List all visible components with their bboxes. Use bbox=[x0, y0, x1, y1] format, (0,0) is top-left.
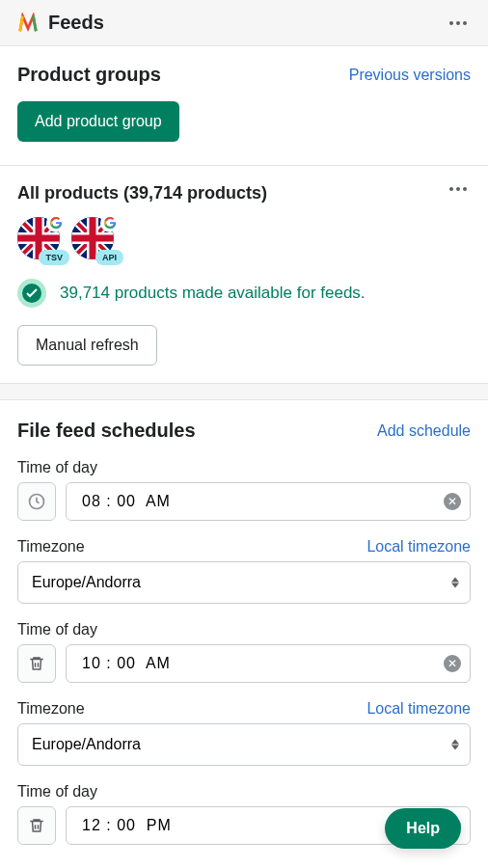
page-title: Feeds bbox=[48, 12, 104, 34]
product-groups-title: Product groups bbox=[17, 64, 161, 86]
section-divider bbox=[0, 383, 488, 400]
timezone-select[interactable] bbox=[17, 723, 471, 766]
all-products-more-button[interactable] bbox=[446, 183, 471, 195]
status-row: 39,714 products made available for feeds… bbox=[17, 279, 471, 308]
app-header: Feeds bbox=[0, 0, 488, 46]
clear-icon[interactable]: ✕ bbox=[444, 655, 461, 672]
time-input[interactable] bbox=[66, 482, 471, 521]
status-success-icon bbox=[17, 279, 46, 308]
google-icon bbox=[100, 213, 120, 232]
trash-icon bbox=[28, 655, 45, 672]
schedules-section: File feed schedules Add schedule Time of… bbox=[0, 400, 488, 864]
google-icon bbox=[46, 213, 66, 232]
feed-flag-api[interactable]: API bbox=[71, 217, 114, 259]
header-left: Feeds bbox=[17, 12, 104, 34]
clock-icon bbox=[17, 482, 56, 521]
all-products-title: All products (39,714 products) bbox=[17, 183, 267, 203]
timezone-select[interactable] bbox=[17, 561, 471, 604]
local-timezone-link[interactable]: Local timezone bbox=[366, 700, 471, 718]
delete-schedule-button[interactable] bbox=[17, 644, 56, 683]
status-text: 39,714 products made available for feeds… bbox=[60, 284, 366, 303]
app-logo-icon bbox=[17, 13, 39, 34]
feed-flags: TSV API bbox=[17, 217, 471, 259]
feed-flag-tsv[interactable]: TSV bbox=[17, 217, 60, 259]
more-menu-button[interactable] bbox=[446, 17, 471, 29]
time-of-day-label: Time of day bbox=[17, 621, 471, 638]
help-button[interactable]: Help bbox=[385, 808, 461, 849]
timezone-label: Timezone bbox=[17, 538, 85, 556]
previous-versions-link[interactable]: Previous versions bbox=[349, 67, 471, 84]
time-of-day-label: Time of day bbox=[17, 783, 471, 800]
product-groups-section: Product groups Previous versions Add pro… bbox=[0, 46, 488, 166]
add-schedule-link[interactable]: Add schedule bbox=[377, 422, 471, 440]
schedules-title: File feed schedules bbox=[17, 420, 196, 442]
local-timezone-link[interactable]: Local timezone bbox=[366, 538, 471, 556]
trash-icon bbox=[28, 817, 45, 834]
time-input[interactable] bbox=[66, 644, 471, 683]
timezone-label: Timezone bbox=[17, 700, 85, 718]
feed-flag-label: API bbox=[95, 250, 123, 265]
manual-refresh-button[interactable]: Manual refresh bbox=[17, 325, 157, 366]
add-product-group-button[interactable]: Add product group bbox=[17, 101, 179, 142]
delete-schedule-button[interactable] bbox=[17, 806, 56, 845]
all-products-section: All products (39,714 products) TSV bbox=[0, 166, 488, 383]
time-of-day-label: Time of day bbox=[17, 459, 471, 476]
clear-icon[interactable]: ✕ bbox=[444, 493, 461, 510]
feed-flag-label: TSV bbox=[39, 250, 69, 265]
